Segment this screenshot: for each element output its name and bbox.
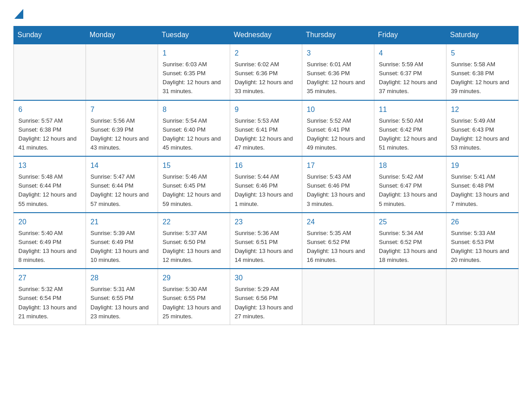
- day-info: Sunrise: 5:32 AMSunset: 6:54 PMDaylight:…: [18, 285, 81, 321]
- logo-triangle-icon: [14, 9, 23, 19]
- calendar-cell: 28Sunrise: 5:31 AMSunset: 6:55 PMDayligh…: [86, 269, 158, 325]
- day-info: Sunrise: 5:31 AMSunset: 6:55 PMDaylight:…: [90, 285, 153, 321]
- day-number: 19: [451, 160, 514, 171]
- calendar-cell: 8Sunrise: 5:54 AMSunset: 6:40 PMDaylight…: [158, 100, 230, 157]
- day-info: Sunrise: 5:52 AMSunset: 6:41 PMDaylight:…: [307, 116, 369, 153]
- day-info: Sunrise: 5:59 AMSunset: 6:37 PMDaylight:…: [379, 60, 442, 96]
- day-number: 22: [163, 217, 225, 227]
- day-info: Sunrise: 5:34 AMSunset: 6:52 PMDaylight:…: [379, 229, 442, 265]
- day-number: 12: [451, 104, 514, 115]
- header-sunday: Sunday: [14, 26, 86, 44]
- calendar-cell: 1Sunrise: 6:03 AMSunset: 6:35 PMDaylight…: [158, 44, 230, 100]
- week-row-5: 27Sunrise: 5:32 AMSunset: 6:54 PMDayligh…: [14, 269, 519, 325]
- day-info: Sunrise: 5:54 AMSunset: 6:40 PMDaylight:…: [163, 116, 225, 153]
- day-info: Sunrise: 5:49 AMSunset: 6:43 PMDaylight:…: [451, 116, 514, 153]
- calendar-cell: 18Sunrise: 5:42 AMSunset: 6:47 PMDayligh…: [374, 156, 446, 213]
- header-wednesday: Wednesday: [230, 26, 302, 44]
- day-info: Sunrise: 5:46 AMSunset: 6:45 PMDaylight:…: [163, 172, 225, 209]
- day-number: 2: [235, 48, 297, 59]
- calendar-cell: 15Sunrise: 5:46 AMSunset: 6:45 PMDayligh…: [158, 156, 230, 213]
- calendar-cell: 14Sunrise: 5:47 AMSunset: 6:44 PMDayligh…: [86, 156, 158, 213]
- svg-marker-0: [14, 9, 23, 19]
- day-number: 7: [90, 104, 153, 115]
- day-info: Sunrise: 6:02 AMSunset: 6:36 PMDaylight:…: [235, 60, 297, 96]
- day-info: Sunrise: 5:47 AMSunset: 6:44 PMDaylight:…: [90, 172, 153, 209]
- calendar-cell: 20Sunrise: 5:40 AMSunset: 6:49 PMDayligh…: [14, 213, 86, 269]
- day-info: Sunrise: 5:39 AMSunset: 6:49 PMDaylight:…: [90, 229, 153, 265]
- calendar-cell: 17Sunrise: 5:43 AMSunset: 6:46 PMDayligh…: [302, 156, 374, 213]
- day-number: 18: [379, 160, 442, 171]
- week-row-1: 1Sunrise: 6:03 AMSunset: 6:35 PMDaylight…: [14, 44, 519, 100]
- day-number: 20: [18, 217, 81, 227]
- week-row-3: 13Sunrise: 5:48 AMSunset: 6:44 PMDayligh…: [14, 156, 519, 213]
- day-number: 29: [163, 273, 225, 283]
- header-saturday: Saturday: [446, 26, 519, 44]
- day-info: Sunrise: 5:42 AMSunset: 6:47 PMDaylight:…: [379, 172, 442, 209]
- week-row-2: 6Sunrise: 5:57 AMSunset: 6:38 PMDaylight…: [14, 100, 519, 157]
- day-info: Sunrise: 5:35 AMSunset: 6:52 PMDaylight:…: [307, 229, 369, 265]
- day-info: Sunrise: 5:44 AMSunset: 6:46 PMDaylight:…: [235, 172, 297, 209]
- calendar-cell: [374, 269, 446, 325]
- day-number: 4: [379, 48, 442, 59]
- day-info: Sunrise: 5:43 AMSunset: 6:46 PMDaylight:…: [307, 172, 369, 209]
- day-info: Sunrise: 5:53 AMSunset: 6:41 PMDaylight:…: [235, 116, 297, 153]
- day-info: Sunrise: 5:33 AMSunset: 6:53 PMDaylight:…: [451, 229, 514, 265]
- header-monday: Monday: [86, 26, 158, 44]
- calendar-cell: 10Sunrise: 5:52 AMSunset: 6:41 PMDayligh…: [302, 100, 374, 157]
- calendar-cell: 16Sunrise: 5:44 AMSunset: 6:46 PMDayligh…: [230, 156, 302, 213]
- day-number: 8: [163, 104, 225, 115]
- calendar-cell: 22Sunrise: 5:37 AMSunset: 6:50 PMDayligh…: [158, 213, 230, 269]
- calendar-cell: [446, 269, 519, 325]
- calendar-table: Sunday Monday Tuesday Wednesday Thursday…: [13, 26, 519, 325]
- calendar-cell: 26Sunrise: 5:33 AMSunset: 6:53 PMDayligh…: [446, 213, 519, 269]
- calendar-cell: 9Sunrise: 5:53 AMSunset: 6:41 PMDaylight…: [230, 100, 302, 157]
- calendar-cell: 4Sunrise: 5:59 AMSunset: 6:37 PMDaylight…: [374, 44, 446, 100]
- day-number: 30: [235, 273, 297, 283]
- calendar-cell: 5Sunrise: 5:58 AMSunset: 6:38 PMDaylight…: [446, 44, 519, 100]
- day-number: 9: [235, 104, 297, 115]
- day-number: 21: [90, 217, 153, 227]
- calendar-cell: [14, 44, 86, 100]
- calendar-cell: 30Sunrise: 5:29 AMSunset: 6:56 PMDayligh…: [230, 269, 302, 325]
- day-number: 26: [451, 217, 514, 227]
- calendar-cell: 23Sunrise: 5:36 AMSunset: 6:51 PMDayligh…: [230, 213, 302, 269]
- day-number: 11: [379, 104, 442, 115]
- weekday-header-row: Sunday Monday Tuesday Wednesday Thursday…: [14, 26, 519, 44]
- calendar-cell: [86, 44, 158, 100]
- calendar-cell: 21Sunrise: 5:39 AMSunset: 6:49 PMDayligh…: [86, 213, 158, 269]
- day-number: 13: [18, 160, 81, 171]
- header-thursday: Thursday: [302, 26, 374, 44]
- day-number: 15: [163, 160, 225, 171]
- day-info: Sunrise: 5:29 AMSunset: 6:56 PMDaylight:…: [235, 285, 297, 321]
- calendar-cell: 3Sunrise: 6:01 AMSunset: 6:36 PMDaylight…: [302, 44, 374, 100]
- day-number: 28: [90, 273, 153, 283]
- day-number: 17: [307, 160, 369, 171]
- calendar-cell: 27Sunrise: 5:32 AMSunset: 6:54 PMDayligh…: [14, 269, 86, 325]
- day-info: Sunrise: 5:50 AMSunset: 6:42 PMDaylight:…: [379, 116, 442, 153]
- day-info: Sunrise: 5:41 AMSunset: 6:48 PMDaylight:…: [451, 172, 514, 209]
- calendar-cell: [302, 269, 374, 325]
- day-info: Sunrise: 6:03 AMSunset: 6:35 PMDaylight:…: [163, 60, 225, 96]
- header-tuesday: Tuesday: [158, 26, 230, 44]
- day-number: 5: [451, 48, 514, 59]
- header-friday: Friday: [374, 26, 446, 44]
- day-number: 25: [379, 217, 442, 227]
- day-number: 1: [163, 48, 225, 59]
- calendar-cell: 25Sunrise: 5:34 AMSunset: 6:52 PMDayligh…: [374, 213, 446, 269]
- day-info: Sunrise: 5:30 AMSunset: 6:55 PMDaylight:…: [163, 285, 225, 321]
- week-row-4: 20Sunrise: 5:40 AMSunset: 6:49 PMDayligh…: [14, 213, 519, 269]
- logo: [13, 9, 23, 17]
- calendar-cell: 13Sunrise: 5:48 AMSunset: 6:44 PMDayligh…: [14, 156, 86, 213]
- day-number: 14: [90, 160, 153, 171]
- day-number: 10: [307, 104, 369, 115]
- day-number: 16: [235, 160, 297, 171]
- day-info: Sunrise: 5:40 AMSunset: 6:49 PMDaylight:…: [18, 229, 81, 265]
- day-info: Sunrise: 5:58 AMSunset: 6:38 PMDaylight:…: [451, 60, 514, 96]
- day-number: 6: [18, 104, 81, 115]
- day-info: Sunrise: 5:57 AMSunset: 6:38 PMDaylight:…: [18, 116, 81, 153]
- day-info: Sunrise: 5:56 AMSunset: 6:39 PMDaylight:…: [90, 116, 153, 153]
- day-info: Sunrise: 5:36 AMSunset: 6:51 PMDaylight:…: [235, 229, 297, 265]
- calendar-cell: 29Sunrise: 5:30 AMSunset: 6:55 PMDayligh…: [158, 269, 230, 325]
- day-info: Sunrise: 5:37 AMSunset: 6:50 PMDaylight:…: [163, 229, 225, 265]
- calendar-cell: 2Sunrise: 6:02 AMSunset: 6:36 PMDaylight…: [230, 44, 302, 100]
